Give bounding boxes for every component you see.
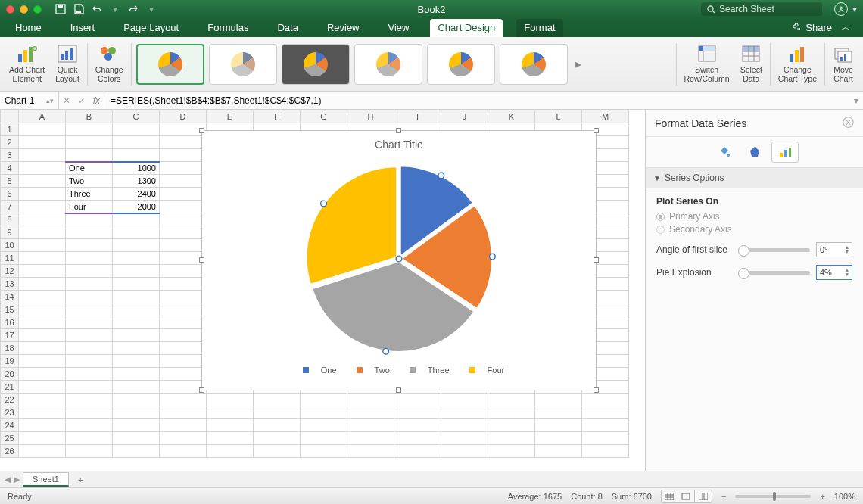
titlebar-menu-icon[interactable]: ▾ bbox=[852, 4, 857, 14]
name-box[interactable]: Chart 1▴▾ bbox=[0, 92, 59, 109]
move-chart-button[interactable]: Move Chart bbox=[830, 42, 857, 85]
col-header-m[interactable]: M bbox=[582, 110, 629, 123]
sheet-nav-prev-icon[interactable]: ◀ bbox=[5, 474, 11, 484]
legend-four[interactable]: Four bbox=[460, 366, 505, 375]
user-account-icon[interactable] bbox=[834, 2, 848, 16]
zoom-slider[interactable] bbox=[735, 495, 811, 498]
legend-two[interactable]: Two bbox=[347, 366, 390, 375]
change-colors-button[interactable]: Change Colors bbox=[92, 42, 126, 85]
col-header-l[interactable]: L bbox=[535, 110, 582, 123]
autosave-icon[interactable] bbox=[55, 4, 66, 14]
row-header[interactable]: 7 bbox=[1, 201, 19, 213]
pie-explosion-slider[interactable] bbox=[738, 271, 810, 275]
tab-view[interactable]: View bbox=[381, 19, 417, 37]
row-header[interactable]: 10 bbox=[1, 239, 19, 252]
sheet-tab-sheet1[interactable]: Sheet1 bbox=[23, 472, 69, 487]
tab-chart-design[interactable]: Chart Design bbox=[430, 19, 503, 37]
tab-formulas[interactable]: Formulas bbox=[200, 19, 256, 37]
zoom-level[interactable]: 100% bbox=[834, 492, 855, 501]
view-page-break-button[interactable] bbox=[695, 490, 712, 502]
cancel-formula-icon[interactable]: ✕ bbox=[63, 95, 70, 106]
row-header[interactable]: 15 bbox=[1, 303, 19, 316]
formula-input[interactable]: =SERIES(,Sheet1!$B$4:$B$7,Sheet1!$C$4:$C… bbox=[104, 92, 849, 109]
cell-c7[interactable]: 2000 bbox=[113, 201, 160, 213]
row-header[interactable]: 19 bbox=[1, 355, 19, 368]
row-header[interactable]: 23 bbox=[1, 406, 19, 419]
col-header-j[interactable]: J bbox=[441, 110, 488, 123]
tab-data[interactable]: Data bbox=[269, 19, 305, 37]
row-header[interactable]: 17 bbox=[1, 329, 19, 342]
cell-b7[interactable]: Four bbox=[66, 201, 113, 213]
quick-layout-button[interactable]: Quick Layout bbox=[52, 42, 83, 85]
chart-style-4[interactable] bbox=[354, 44, 422, 85]
chart-legend[interactable]: One Two Three Four bbox=[202, 366, 596, 375]
fx-icon[interactable]: fx bbox=[93, 95, 100, 106]
embedded-chart[interactable]: Chart Title One Two Three Four bbox=[201, 130, 597, 390]
pie-explosion-input[interactable]: 4%▴▾ bbox=[816, 265, 852, 280]
cell-c5[interactable]: 1300 bbox=[113, 175, 160, 188]
legend-one[interactable]: One bbox=[294, 366, 337, 375]
chart-style-2[interactable] bbox=[209, 44, 277, 85]
collapse-ribbon-icon[interactable]: ︿ bbox=[841, 20, 851, 34]
resize-handle[interactable] bbox=[396, 387, 401, 393]
resize-handle[interactable] bbox=[594, 387, 599, 393]
resize-handle[interactable] bbox=[396, 128, 401, 133]
row-header[interactable]: 1 bbox=[1, 123, 19, 136]
legend-three[interactable]: Three bbox=[400, 366, 450, 375]
resize-handle[interactable] bbox=[594, 128, 599, 133]
panel-tab-effects[interactable] bbox=[741, 142, 768, 163]
close-panel-icon[interactable]: ⓧ bbox=[843, 116, 854, 130]
cell-c4[interactable]: 1000 bbox=[113, 162, 160, 175]
row-header[interactable]: 5 bbox=[1, 175, 19, 188]
row-header[interactable]: 4 bbox=[1, 162, 19, 175]
cell-c6[interactable]: 2400 bbox=[113, 188, 160, 201]
row-header[interactable]: 13 bbox=[1, 278, 19, 291]
row-header[interactable]: 12 bbox=[1, 265, 19, 278]
change-chart-type-button[interactable]: Change Chart Type bbox=[775, 42, 820, 85]
series-options-section-header[interactable]: ▼ Series Options bbox=[646, 168, 863, 188]
redo-dropdown-icon[interactable]: ▾ bbox=[146, 4, 157, 14]
panel-tab-fill[interactable] bbox=[711, 142, 738, 163]
tab-home[interactable]: Home bbox=[8, 19, 49, 37]
chart-style-3[interactable] bbox=[282, 44, 350, 85]
minimize-window-button[interactable] bbox=[20, 5, 28, 14]
resize-handle[interactable] bbox=[199, 387, 204, 393]
panel-tab-series-options[interactable] bbox=[771, 142, 799, 163]
search-input[interactable]: Search Sheet bbox=[701, 2, 822, 16]
row-header[interactable]: 14 bbox=[1, 291, 19, 303]
row-header[interactable]: 25 bbox=[1, 432, 19, 445]
resize-handle[interactable] bbox=[199, 257, 204, 263]
zoom-out-button[interactable]: − bbox=[721, 492, 726, 501]
view-normal-button[interactable] bbox=[662, 490, 678, 502]
expand-formula-bar-icon[interactable]: ▾ bbox=[849, 95, 863, 106]
share-button[interactable]: Share bbox=[805, 22, 832, 33]
chart-style-1[interactable] bbox=[136, 44, 204, 85]
angle-first-slice-input[interactable]: 0°▴▾ bbox=[816, 242, 852, 257]
row-header[interactable]: 22 bbox=[1, 394, 19, 406]
chart-title[interactable]: Chart Title bbox=[202, 138, 596, 151]
row-header[interactable]: 6 bbox=[1, 188, 19, 201]
col-header-h[interactable]: H bbox=[347, 110, 394, 123]
select-all-corner[interactable] bbox=[1, 110, 19, 123]
col-header-d[interactable]: D bbox=[160, 110, 207, 123]
add-sheet-button[interactable]: + bbox=[72, 474, 89, 486]
tab-insert[interactable]: Insert bbox=[63, 19, 103, 37]
row-header[interactable]: 11 bbox=[1, 252, 19, 265]
cell-b5[interactable]: Two bbox=[66, 175, 113, 188]
chart-style-6[interactable] bbox=[500, 44, 568, 85]
col-header-g[interactable]: G bbox=[301, 110, 347, 123]
enter-formula-icon[interactable]: ✓ bbox=[78, 95, 86, 106]
row-header[interactable]: 2 bbox=[1, 136, 19, 149]
style-gallery-next-icon[interactable]: ▸ bbox=[572, 57, 584, 71]
close-window-button[interactable] bbox=[6, 5, 14, 14]
angle-first-slice-slider[interactable] bbox=[738, 248, 810, 252]
col-header-e[interactable]: E bbox=[207, 110, 254, 123]
resize-handle[interactable] bbox=[199, 128, 204, 133]
cell-b4[interactable]: One bbox=[66, 162, 113, 175]
row-header[interactable]: 21 bbox=[1, 381, 19, 394]
undo-icon[interactable] bbox=[92, 4, 102, 14]
row-header[interactable]: 24 bbox=[1, 419, 19, 432]
row-header[interactable]: 3 bbox=[1, 149, 19, 162]
resize-handle[interactable] bbox=[594, 257, 599, 263]
cell-b6[interactable]: Three bbox=[66, 188, 113, 201]
